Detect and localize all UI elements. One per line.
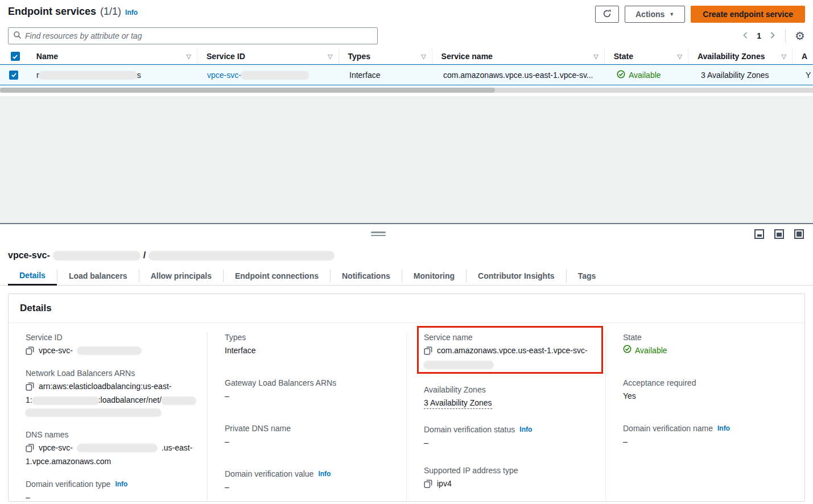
copy-icon[interactable] [26,382,34,391]
endpoint-services-table: Name ▽ Service ID ▽ Types ▽ Service name… [0,49,813,93]
row-service-name-cell: com.amazonaws.vpce.us-east-1.vpce-sv... [434,71,608,80]
check-circle-icon [617,70,625,80]
filter-icon[interactable]: ▽ [593,53,598,60]
chevron-left-icon [742,31,749,41]
horizontal-scrollbar[interactable] [0,88,813,93]
row-types-cell: Interface [340,71,434,80]
info-link[interactable]: Info [717,424,730,432]
search-box[interactable] [8,27,378,44]
tab-contributor-insights[interactable]: Contributor Insights [467,266,566,285]
details-card-header: Details [9,294,804,323]
filter-icon[interactable]: ▽ [421,53,426,60]
table-header-row: Name ▽ Service ID ▽ Types ▽ Service name… [0,49,813,64]
info-link[interactable]: Info [318,470,331,478]
scrollbar-thumb[interactable] [0,88,495,93]
column-header-types[interactable]: Types ▽ [339,49,432,64]
field-domain-verification-type: Domain verification typeInfo – [26,480,197,502]
row-checkbox[interactable] [9,71,18,80]
availability-zones-popover-trigger[interactable]: 3 Availability Zones [424,398,492,409]
availability-zones-popover-trigger[interactable]: 3 Availability Zones [701,71,769,80]
header-actions: Actions ▼ Create endpoint service [595,6,805,23]
create-endpoint-service-button[interactable]: Create endpoint service [691,6,805,23]
panel-size-medium-icon[interactable] [774,229,784,239]
row-name-cell: rs [27,71,198,80]
details-column-1: Service ID vpce-svc- Network Load Balanc… [9,333,207,502]
copy-icon[interactable] [26,346,34,355]
status-badge: Available [623,345,667,357]
tab-details[interactable]: Details [8,266,57,286]
status-badge: Available [617,70,661,80]
filter-icon[interactable]: ▽ [677,53,682,60]
details-column-2: Types Interface Gateway Load Balancers A… [207,333,406,502]
row-select-cell [0,71,27,80]
panel-size-controls [754,229,804,239]
tab-tags[interactable]: Tags [567,266,608,285]
details-column-3: Service name com.amazonaws.vpce.us-east-… [406,333,605,502]
select-all-checkbox[interactable] [11,52,20,61]
check-circle-icon [623,345,632,357]
split-panel-divider [0,223,813,246]
field-acceptance-required: Acceptance required Yes [623,378,794,402]
table-section: Endpoint services (1/1) Info Actions ▼ [0,0,813,223]
column-header-state[interactable]: State ▽ [604,49,688,64]
copy-icon[interactable] [26,444,34,452]
tab-allow-principals[interactable]: Allow principals [139,266,223,285]
filter-icon[interactable]: ▽ [328,53,332,60]
header-info-link[interactable]: Info [125,9,138,16]
details-card: Details Service ID vpce-svc- Network Loa… [8,294,805,502]
drag-handle[interactable] [371,232,386,238]
page-title: Endpoint services [8,6,96,18]
field-glb-arns: Gateway Load Balancers ARNs – [225,378,396,402]
pager-separator [785,29,786,43]
search-icon [13,31,22,41]
column-header-acceptance[interactable]: A [792,49,813,64]
redacted-title-id [53,251,140,260]
details-column-4: State Available Acceptance required Yes [605,333,804,502]
redacted-value [26,409,161,416]
actions-button[interactable]: Actions ▼ [625,6,685,23]
field-nlb-arns: Network Load Balancers ARNs arn:aws:elas… [26,369,197,418]
tab-monitoring[interactable]: Monitoring [402,266,466,285]
column-header-service-name[interactable]: Service name ▽ [432,49,604,64]
panel-size-large-icon[interactable] [794,229,804,239]
table-toolbar: 1 ⚙ [0,26,813,49]
table-row[interactable]: rs vpce-svc- Interface com.amazonaws.vpc… [0,64,813,85]
preferences-button[interactable]: ⚙ [795,30,805,42]
chevron-right-icon [769,31,776,41]
column-header-service-id[interactable]: Service ID ▽ [197,49,339,64]
field-state: State Available [623,333,794,357]
chevron-down-icon: ▼ [669,11,674,17]
detail-panel: vpce-svc- / Details Load balancers Allow… [0,246,813,504]
panel-size-small-icon[interactable] [754,229,764,239]
info-link[interactable]: Info [519,425,532,433]
tab-load-balancers[interactable]: Load balancers [57,266,139,285]
copy-icon[interactable] [424,346,432,355]
field-dns-names: DNS names vpce-svc-.us-east- 1.vpce.amaz… [26,430,197,468]
info-link[interactable]: Info [115,480,127,488]
column-header-name[interactable]: Name ▽ [27,49,197,64]
column-header-availability-zones[interactable]: Availability Zones ▽ [688,49,792,64]
pagination: 1 ⚙ [742,29,805,43]
field-service-name: Service name com.amazonaws.vpce.us-east-… [424,333,595,370]
prev-page-button[interactable] [742,31,749,41]
redacted-value [77,444,157,452]
tab-endpoint-connections[interactable]: Endpoint connections [224,266,330,285]
title-line: Endpoint services (1/1) Info [8,6,138,18]
copy-icon[interactable] [424,480,432,488]
redacted-title-name [149,251,334,260]
redacted-value [162,397,196,404]
refresh-button[interactable] [595,6,619,23]
service-id-link[interactable]: vpce-svc- [207,71,308,80]
tab-notifications[interactable]: Notifications [331,266,402,285]
select-all-cell [0,49,27,64]
row-state-cell: Available [608,70,692,80]
search-input[interactable] [25,31,373,40]
redacted-name [39,72,137,79]
field-supported-ip-type: Supported IP address type ipv4 [424,466,595,490]
field-service-id: Service ID vpce-svc- [26,333,197,357]
filter-icon[interactable]: ▽ [187,53,191,60]
field-domain-verification-value: Domain verification valueInfo – [225,469,396,493]
filter-icon[interactable]: ▽ [781,53,786,60]
redacted-value [77,347,141,354]
next-page-button[interactable] [769,31,776,41]
